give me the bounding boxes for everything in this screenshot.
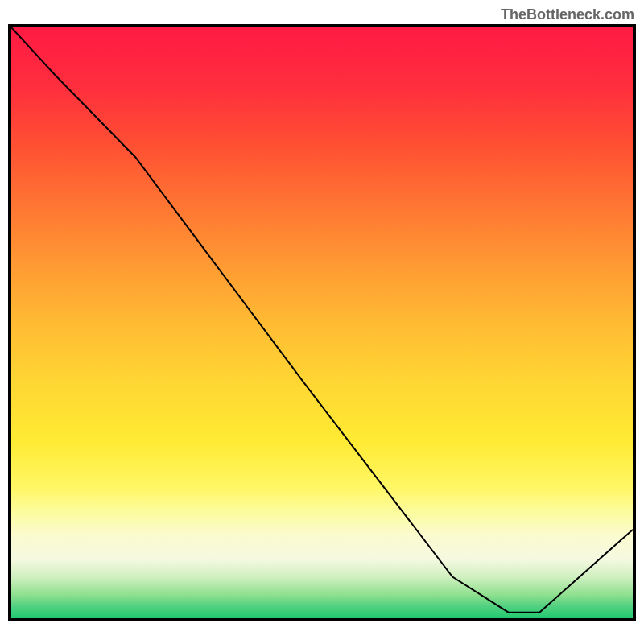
watermark-text: TheBottleneck.com: [501, 6, 634, 23]
chart-container: TheBottleneck.com: [0, 0, 644, 644]
chart-line: [11, 27, 633, 618]
plot-area: [8, 24, 636, 621]
